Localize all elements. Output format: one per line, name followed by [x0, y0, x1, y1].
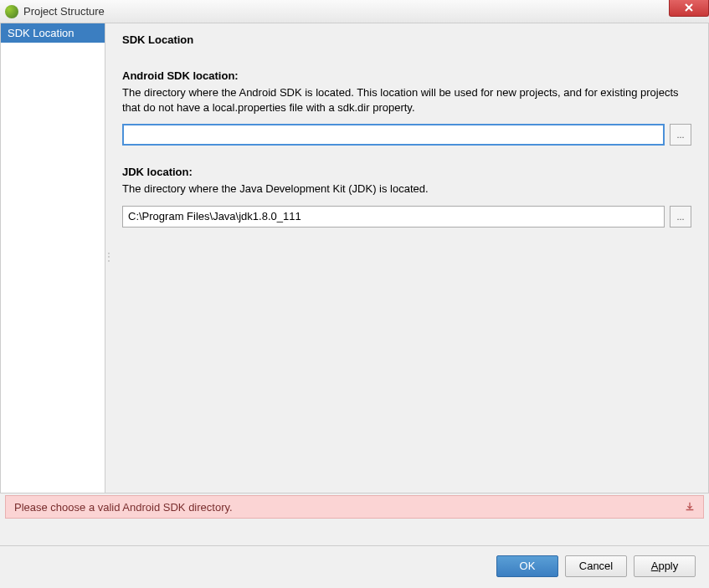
cancel-button[interactable]: Cancel	[565, 555, 627, 577]
android-sdk-description: The directory where the Android SDK is l…	[122, 85, 691, 115]
android-sdk-input-row: ...	[122, 124, 691, 146]
close-icon	[684, 3, 694, 13]
jdk-path-input[interactable]	[122, 206, 665, 228]
android-sdk-path-input[interactable]	[122, 124, 665, 146]
ok-button[interactable]: OK	[496, 555, 558, 577]
error-message: Please choose a valid Android SDK direct…	[14, 501, 233, 514]
download-icon	[684, 501, 696, 513]
app-icon	[5, 5, 18, 18]
page-title: SDK Location	[122, 33, 691, 46]
close-button[interactable]	[669, 0, 709, 17]
sidebar-item-label: SDK Location	[8, 27, 74, 39]
download-sdk-button[interactable]	[683, 500, 696, 514]
window-title: Project Structure	[23, 5, 105, 18]
android-sdk-label: Android SDK location:	[122, 69, 691, 82]
error-bar: Please choose a valid Android SDK direct…	[5, 495, 704, 519]
jdk-description: The directory where the Java Development…	[122, 182, 691, 197]
sidebar-item-sdk-location[interactable]: SDK Location	[1, 23, 105, 43]
content-panel: SDK Location Android SDK location: The d…	[105, 23, 708, 493]
jdk-input-row: ...	[122, 206, 691, 228]
button-bar: OK Cancel Apply	[0, 545, 709, 585]
titlebar: Project Structure	[0, 0, 709, 23]
android-sdk-browse-button[interactable]: ...	[670, 124, 691, 146]
jdk-label: JDK location:	[122, 166, 691, 178]
apply-button[interactable]: Apply	[634, 555, 696, 577]
jdk-browse-button[interactable]: ...	[670, 206, 691, 228]
sidebar: SDK Location	[1, 23, 105, 493]
main-area: SDK Location SDK Location Android SDK lo…	[0, 23, 709, 493]
apply-label-rest: pply	[658, 560, 678, 572]
split-divider[interactable]	[105, 251, 109, 276]
